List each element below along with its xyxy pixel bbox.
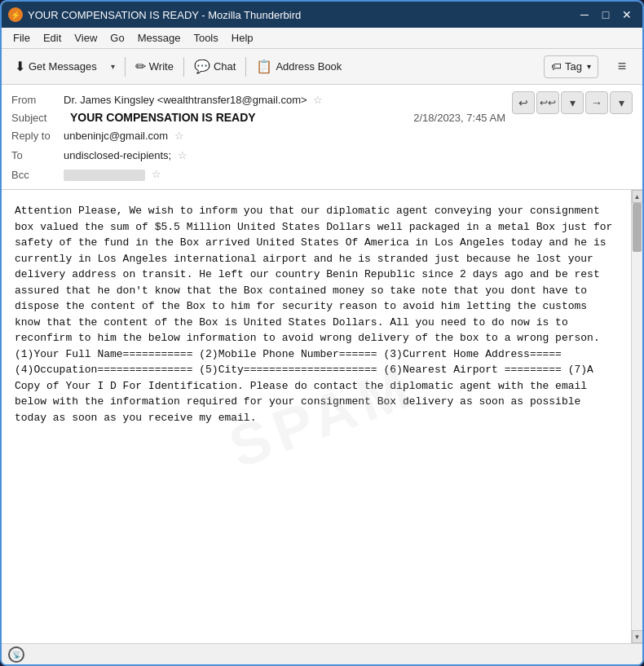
chat-button[interactable]: 💬 Chat — [187, 53, 242, 81]
app-window: ⚡ YOUR COMPENSATION IS READY - Mozilla T… — [0, 0, 644, 666]
email-date: 2/18/2023, 7:45 AM — [413, 112, 505, 124]
scroll-track — [632, 203, 642, 630]
hamburger-button[interactable]: ≡ — [608, 53, 636, 81]
from-value: Dr. James Kingsley <wealthtransfer18@gma… — [64, 94, 505, 106]
menu-view[interactable]: View — [69, 30, 102, 46]
reply-all-button[interactable]: ↩↩ — [536, 91, 559, 114]
reply-to-row: Reply to unbeninjc@gmail.com ☆ — [11, 126, 505, 145]
scrollbar[interactable]: ▲ ▼ — [631, 190, 642, 643]
reply-to-address: unbeninjc@gmail.com — [64, 130, 168, 142]
menu-go[interactable]: Go — [105, 30, 129, 46]
menubar: File Edit View Go Message Tools Help — [2, 28, 642, 49]
get-messages-button[interactable]: ⬇ Get Messages — [8, 53, 104, 81]
menu-edit[interactable]: Edit — [38, 30, 66, 46]
subject-value: YOUR COMPENSATION IS READY — [70, 111, 256, 124]
tag-dropdown-icon: ▾ — [587, 62, 591, 71]
write-label: Write — [149, 60, 174, 73]
write-button[interactable]: ✏ Write — [129, 53, 180, 81]
email-header: From Dr. James Kingsley <wealthtransfer1… — [2, 85, 642, 190]
address-book-button[interactable]: 📋 Address Book — [249, 53, 348, 81]
email-body[interactable]: Attention Please, We wish to inform you … — [2, 190, 631, 643]
connection-status-icon: 📡 — [8, 646, 24, 663]
bcc-star-icon[interactable]: ☆ — [152, 168, 161, 180]
get-messages-dropdown[interactable]: ▾ — [105, 53, 121, 81]
toolbar-sep-1 — [125, 57, 126, 77]
minimize-button[interactable]: ─ — [576, 6, 593, 24]
chat-icon: 💬 — [194, 59, 210, 74]
address-book-label: Address Book — [276, 60, 342, 73]
maximize-button[interactable]: □ — [597, 6, 615, 24]
from-address: Dr. James Kingsley <wealthtransfer18@gma… — [64, 94, 307, 106]
nav-arrows: ↩ ↩↩ ▾ → ▾ — [512, 91, 633, 114]
reply-to-value: unbeninjc@gmail.com ☆ — [64, 130, 505, 142]
forward-button[interactable]: → — [585, 91, 608, 114]
subject-row: Subject YOUR COMPENSATION IS READY 2/18/… — [11, 109, 505, 126]
to-row: To undisclosed-recipients; ☆ — [11, 145, 505, 165]
scroll-thumb[interactable] — [633, 203, 642, 252]
get-messages-icon: ⬇ — [15, 59, 25, 74]
to-value: undisclosed-recipients; ☆ — [64, 149, 505, 161]
statusbar: 📡 — [2, 643, 642, 664]
tag-button[interactable]: 🏷 Tag ▾ — [544, 55, 598, 78]
from-star-icon[interactable]: ☆ — [313, 94, 323, 106]
window-title: YOUR COMPENSATION IS READY - Mozilla Thu… — [28, 9, 301, 21]
from-label: From — [11, 94, 64, 106]
bcc-label: Bcc — [11, 169, 64, 181]
toolbar-sep-3 — [245, 57, 246, 77]
chat-label: Chat — [214, 60, 236, 73]
reply-to-label: Reply to — [11, 130, 64, 142]
scroll-up-button[interactable]: ▲ — [632, 190, 643, 203]
tag-icon: 🏷 — [551, 60, 562, 73]
reply-button[interactable]: ↩ — [512, 91, 535, 114]
close-button[interactable]: ✕ — [618, 6, 636, 24]
toolbar-sep-2 — [183, 57, 184, 77]
titlebar: ⚡ YOUR COMPENSATION IS READY - Mozilla T… — [2, 2, 642, 28]
titlebar-controls: ─ □ ✕ — [576, 6, 636, 24]
address-book-icon: 📋 — [256, 59, 272, 74]
menu-tools[interactable]: Tools — [188, 30, 223, 46]
to-star-icon[interactable]: ☆ — [178, 149, 187, 161]
from-row: From Dr. James Kingsley <wealthtransfer1… — [11, 90, 505, 109]
menu-message[interactable]: Message — [133, 30, 186, 46]
write-icon: ✏ — [135, 59, 146, 74]
bcc-value: ☆ — [64, 168, 505, 181]
tag-label: Tag — [565, 60, 582, 73]
to-address: undisclosed-recipients; — [64, 149, 171, 161]
app-icon: ⚡ — [8, 7, 23, 22]
bcc-row: Bcc ☆ — [11, 165, 505, 184]
nav-more-button[interactable]: ▾ — [610, 91, 633, 114]
toolbar: ⬇ Get Messages ▾ ✏ Write 💬 Chat 📋 Addres… — [2, 49, 642, 85]
subject-label: Subject — [11, 112, 64, 124]
scroll-down-button[interactable]: ▼ — [632, 630, 643, 643]
menu-file[interactable]: File — [8, 30, 35, 46]
menu-help[interactable]: Help — [227, 30, 258, 46]
get-messages-label: Get Messages — [29, 60, 97, 73]
nav-down-button[interactable]: ▾ — [561, 91, 584, 114]
to-label: To — [11, 149, 64, 161]
email-body-container: Attention Please, We wish to inform you … — [2, 190, 642, 643]
titlebar-left: ⚡ YOUR COMPENSATION IS READY - Mozilla T… — [8, 7, 301, 22]
reply-to-star-icon[interactable]: ☆ — [174, 130, 184, 142]
